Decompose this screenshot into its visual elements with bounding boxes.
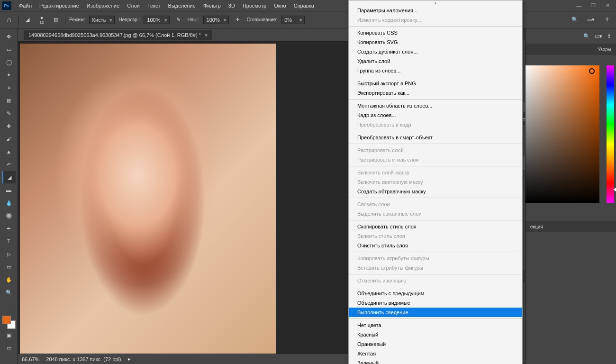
workspace-icon[interactable]: ▭▾ [595,33,602,39]
brush-panel-icon[interactable]: ▨ [51,15,61,25]
ctx-export-as[interactable]: Экспортировать как... [349,88,522,98]
search-icon[interactable]: 🔍 [583,33,590,39]
clone-tool[interactable]: ▲ [2,146,16,158]
close-button[interactable]: ✕ [601,1,614,10]
hand-tool[interactable]: ✋ [2,273,16,286]
maximize-button[interactable]: ❐ [587,1,600,10]
saturation-area[interactable] [525,65,599,203]
ctx-copy-layer-style[interactable]: Скопировать стиль слоя [349,222,522,231]
menu-3d[interactable]: 3D [225,1,239,10]
patterns-tab[interactable]: Узоры [593,45,616,54]
menu-window[interactable]: Окно [270,1,290,10]
blur-tool[interactable]: 💧 [2,197,16,209]
menu-layers[interactable]: Слои [123,1,144,10]
gradient-tool[interactable]: ▬ [2,184,16,196]
ctx-frame-from-layers[interactable]: Кадр из слоев... [349,110,522,120]
minimize-button[interactable]: — [572,1,586,10]
healing-tool[interactable]: ✚ [2,120,16,132]
scroll-up-icon[interactable]: ▲ [349,0,522,6]
flow-select[interactable]: 100% [203,16,229,24]
color-swatches[interactable] [2,316,16,329]
quick-select-tool[interactable]: ✦ [2,69,16,81]
ctx-color-yellow[interactable]: Желтая [349,349,522,358]
ctx-rasterize-layer: Растрировать слой [349,146,522,155]
eyedropper-tool[interactable]: ✎ [2,107,16,119]
path-select-tool[interactable]: ▷ [2,248,16,260]
ctx-clear-layer-style[interactable]: Очистить стиль слоя [349,241,522,250]
zoom-level[interactable]: 66,67% [22,356,39,362]
move-tool[interactable]: ✥ [2,30,16,43]
document-dimensions: 2048 пикс. x 1367 пикс. (72 ppi) [46,356,121,362]
status-arrow-icon[interactable]: ▸ [128,356,131,362]
smooth-select[interactable]: 0% [281,16,305,24]
opacity-label: Непрозр.: [118,17,140,22]
share-icon[interactable]: ⇪ [602,15,612,25]
menu-text[interactable]: Текст [144,1,164,10]
ctx-quick-export-png[interactable]: Быстрый экспорт в PNG [349,79,522,88]
brush-size-icon[interactable]: ●13 [36,15,47,25]
menu-image[interactable]: Изображение [83,1,123,10]
ctx-group-from-layers[interactable]: Группа из слоев... [349,66,522,75]
ctx-color-orange[interactable]: Оранжевый [349,339,522,349]
smooth-label: Сглаживание: [247,17,278,22]
ctx-blending-options[interactable]: Параметры наложения... [349,6,522,15]
ctx-create-clipping-mask[interactable]: Создать обтравочную маску [349,187,522,196]
frame-tool[interactable]: ⊠ [2,94,16,107]
ctx-artboard-from-layers[interactable]: Монтажная область из слоев... [349,101,522,110]
ctx-convert-smart-object[interactable]: Преобразовать в смарт-объект [349,133,522,142]
document-title: 149080294658dbd9025063a4.96305347.jpg @ … [28,32,201,38]
menu-file[interactable]: Файл [15,1,36,10]
screen-mode-icon[interactable]: ▭ [2,342,16,354]
crop-tool[interactable]: ⌗ [2,82,16,94]
mode-label: Режим: [69,17,85,22]
ctx-copy-css[interactable]: Копировать CSS [349,28,522,37]
menu-filter[interactable]: Фильтр [199,1,225,10]
lasso-tool[interactable]: ◯ [2,56,16,68]
tool-palette: ✥ ▭ ◯ ✦ ⌗ ⊠ ✎ ✚ 🖌 ▲ ↶ ◢ ▬ 💧 🔘 ✒ T ▷ ▭ ✋ … [0,28,18,364]
ctx-color-red[interactable]: Красный [349,330,522,339]
dodge-tool[interactable]: 🔘 [2,209,16,222]
ctx-flatten-image[interactable]: Выполнить сведение [349,308,522,317]
edit-toolbar[interactable]: ⋯ [2,299,16,311]
ctx-delete-layer[interactable]: Удалить слой [349,56,522,66]
ctx-duplicate-layer[interactable]: Создать дубликат слоя... [349,47,522,56]
menu-help[interactable]: Справка [290,1,318,10]
menu-select[interactable]: Выделение [164,1,199,10]
ctx-copy-svg[interactable]: Копировать SVG [349,37,522,47]
opacity-select[interactable]: 100% [144,16,169,24]
ctx-merge-down[interactable]: Объединить с предыдущим [349,289,522,298]
eraser-preset-icon[interactable]: ◢ [22,15,33,25]
mode-select[interactable]: Кисть [89,16,115,24]
corrections-tab[interactable]: екция [525,222,548,231]
close-tab-icon[interactable]: × [205,32,208,38]
ctx-convert-to-frame: Преобразовать в кадр [349,120,522,129]
share-icon[interactable]: ⇪ [607,33,611,39]
hue-slider[interactable] [607,65,614,203]
eraser-tool[interactable]: ◢ [2,171,16,183]
ctx-color-green[interactable]: Зеленый [349,358,522,364]
marquee-tool[interactable]: ▭ [2,43,16,55]
hue-pointer-icon[interactable] [613,188,616,191]
foreground-color[interactable] [2,316,11,324]
history-brush-tool[interactable]: ↶ [2,158,16,171]
quick-mask-icon[interactable]: ▣ [2,329,16,341]
type-tool[interactable]: T [2,235,16,247]
menu-view[interactable]: Просмотр [239,1,270,10]
search-icon[interactable]: 🔍 [570,15,580,25]
brush-tool[interactable]: 🖌 [2,133,16,145]
ctx-merge-visible[interactable]: Объединить видимые [349,298,522,308]
home-icon[interactable]: ⌂ [4,15,14,25]
menu-edit[interactable]: Редактирование [36,1,83,10]
ctx-color-none[interactable]: Нет цвета [349,320,522,330]
pen-tool[interactable]: ✒ [2,222,16,235]
document-tab[interactable]: 149080294658dbd9025063a4.96305347.jpg @ … [24,30,212,40]
menubar: Ps Файл Редактирование Изображение Слои … [0,0,616,11]
workspace-icon[interactable]: ▭▾ [586,15,596,25]
color-cursor[interactable] [589,68,595,74]
ctx-rasterize-style: Растрировать стиль слоя [349,155,522,164]
airbrush-icon[interactable]: ✈ [233,15,243,25]
options-bar: ⌂ ◢ ●13 ▨ Режим: Кисть Непрозр.: 100% ✎ … [0,11,616,28]
shape-tool[interactable]: ▭ [2,261,16,273]
pressure-opacity-icon[interactable]: ✎ [173,15,184,25]
zoom-tool[interactable]: 🔍 [2,286,16,299]
